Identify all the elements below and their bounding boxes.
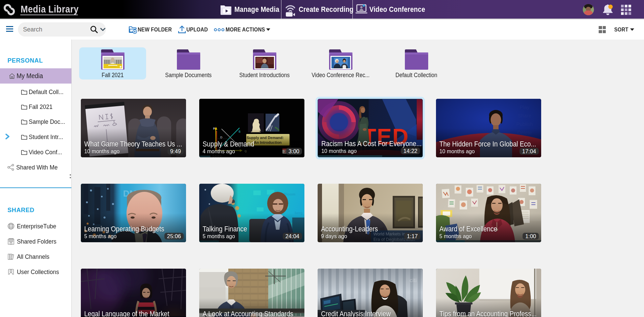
svg-text:Play: Play bbox=[520, 104, 530, 110]
svg-text:Share: Share bbox=[518, 113, 531, 118]
svg-text:citi: citi bbox=[410, 277, 417, 284]
svg-text:Publish: Publish bbox=[516, 121, 533, 127]
svg-text:Bloom: Bloom bbox=[284, 192, 295, 196]
